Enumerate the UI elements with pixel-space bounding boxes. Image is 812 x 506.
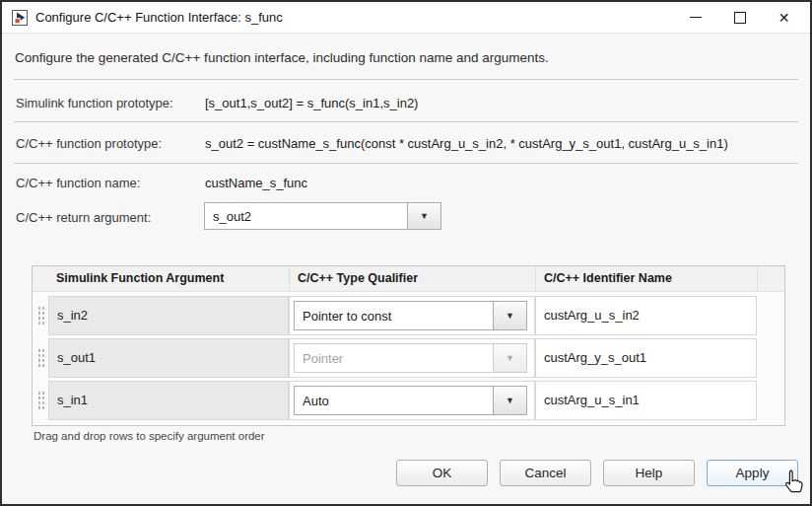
qualifier-cell: Auto ▼: [289, 381, 535, 420]
simulink-function-icon: [12, 10, 28, 26]
table-header: Simulink Function Argument C/C++ Type Qu…: [33, 266, 784, 292]
close-icon: ✕: [778, 11, 790, 25]
argument-cell: s_in1: [48, 381, 289, 420]
divider: [14, 79, 798, 80]
qualifier-combo[interactable]: Pointer to const ▼: [294, 301, 527, 330]
qualifier-cell: Pointer ▼: [289, 338, 535, 378]
return-argument-value: s_out2: [205, 203, 407, 229]
qualifier-combo[interactable]: Auto ▼: [294, 386, 527, 415]
chevron-down-icon[interactable]: ▼: [493, 344, 526, 372]
qualifier-value: Pointer to const: [295, 302, 493, 329]
identifier-cell[interactable]: custArg_y_s_out1: [535, 338, 757, 378]
c-name-row: C/C++ function name:custName_s_func: [16, 176, 307, 190]
row-spacer: [757, 381, 784, 420]
header-identifier: C/C++ Identifier Name: [535, 266, 757, 291]
table-body: s_in2 Pointer to const ▼ custArg_u_s_in2…: [33, 292, 784, 420]
apply-button[interactable]: Apply: [707, 460, 798, 486]
minimize-button[interactable]: [673, 2, 717, 33]
qualifier-combo[interactable]: Pointer ▼: [294, 343, 527, 373]
c-prototype-value: s_out2 = custName_s_func(const * custArg…: [205, 136, 728, 151]
drag-drop-hint: Drag and drop rows to specify argument o…: [34, 430, 265, 442]
minimize-icon: [690, 17, 702, 18]
qualifier-cell: Pointer to const ▼: [289, 296, 535, 335]
dialog-description: Configure the generated C/C++ function i…: [15, 50, 549, 65]
return-argument-combo[interactable]: s_out2 ▼: [204, 202, 441, 230]
close-button[interactable]: ✕: [762, 2, 806, 33]
argument-cell: s_out1: [48, 338, 289, 378]
simulink-prototype-row: Simulink function prototype:[s_out1,s_ou…: [16, 96, 418, 110]
drag-handle-icon[interactable]: [33, 296, 48, 335]
simulink-prototype-value: [s_out1,s_out2] = s_func(s_in1,s_in2): [205, 96, 418, 110]
chevron-down-icon[interactable]: ▼: [493, 302, 526, 329]
return-argument-label: C/C++ return argument:: [16, 210, 205, 225]
header-qualifier: C/C++ Type Qualifier: [289, 266, 535, 291]
qualifier-value: Pointer: [295, 344, 493, 372]
window-controls: ✕: [673, 2, 806, 33]
argument-table: Simulink Function Argument C/C++ Type Qu…: [32, 265, 785, 426]
dialog-window: Configure C/C++ Function Interface: s_fu…: [0, 0, 812, 506]
identifier-cell[interactable]: custArg_u_s_in2: [535, 296, 757, 335]
table-row[interactable]: s_out1 Pointer ▼ custArg_y_s_out1: [33, 338, 784, 378]
maximize-button[interactable]: [717, 2, 762, 33]
ok-button[interactable]: OK: [396, 460, 488, 486]
maximize-icon: [734, 12, 746, 24]
dialog-buttons: OK Cancel Help Apply: [396, 460, 798, 486]
cancel-button[interactable]: Cancel: [500, 460, 591, 486]
c-prototype-label: C/C++ function prototype:: [16, 136, 205, 151]
return-argument-row: C/C++ return argument:: [16, 210, 205, 225]
header-argument: Simulink Function Argument: [48, 266, 289, 291]
argument-cell: s_in2: [48, 296, 289, 335]
divider: [14, 163, 798, 164]
divider: [14, 121, 798, 122]
identifier-cell[interactable]: custArg_u_s_in1: [535, 381, 757, 420]
drag-handle-icon[interactable]: [33, 338, 48, 378]
drag-handle-icon[interactable]: [33, 381, 48, 420]
chevron-down-icon[interactable]: ▼: [407, 203, 440, 229]
c-prototype-row: C/C++ function prototype:s_out2 = custNa…: [16, 136, 728, 151]
chevron-down-icon[interactable]: ▼: [493, 387, 526, 414]
table-row[interactable]: s_in1 Auto ▼ custArg_u_s_in1: [33, 381, 784, 420]
window-title: Configure C/C++ Function Interface: s_fu…: [35, 10, 283, 25]
header-spacer: [757, 266, 784, 291]
row-spacer: [757, 296, 784, 335]
header-drag-column: [33, 266, 48, 291]
table-row[interactable]: s_in2 Pointer to const ▼ custArg_u_s_in2: [33, 296, 784, 335]
c-name-value: custName_s_func: [205, 176, 307, 190]
help-button[interactable]: Help: [603, 460, 695, 486]
c-name-label: C/C++ function name:: [16, 176, 205, 190]
simulink-prototype-label: Simulink function prototype:: [16, 96, 205, 110]
qualifier-value: Auto: [295, 387, 493, 414]
row-spacer: [757, 338, 784, 378]
title-bar: Configure C/C++ Function Interface: s_fu…: [2, 2, 810, 34]
